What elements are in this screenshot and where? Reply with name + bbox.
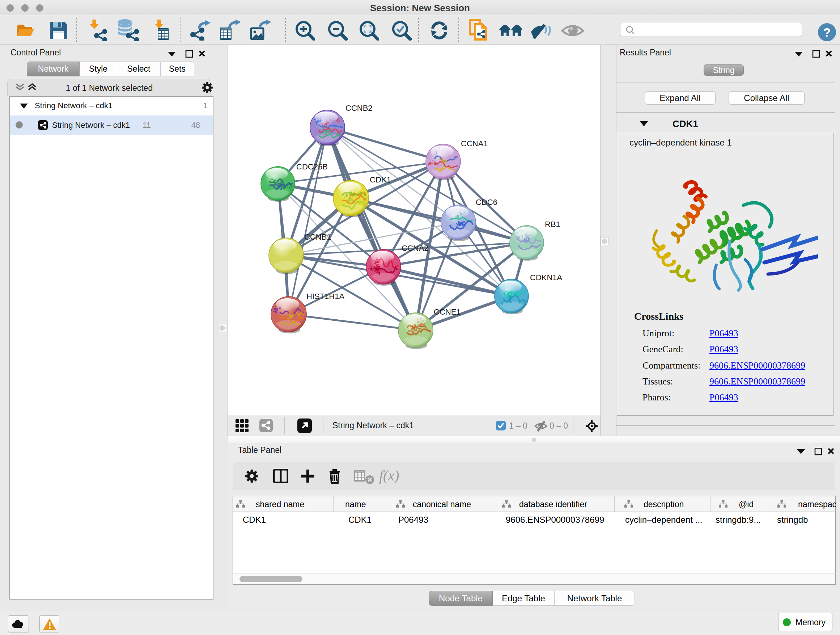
svg-text:CCNB1: CCNB1 [304, 233, 332, 241]
svg-text:HIST1H1A: HIST1H1A [306, 292, 344, 301]
svg-text:CDC6: CDC6 [476, 198, 497, 207]
svg-text:RB1: RB1 [545, 220, 561, 229]
svg-text:CCNA1: CCNA1 [461, 139, 488, 148]
svg-text:CCNB2: CCNB2 [346, 103, 373, 112]
svg-text:CDC25B: CDC25B [296, 162, 328, 171]
svg-text:CCNE1: CCNE1 [434, 307, 461, 317]
svg-text:CCNA2: CCNA2 [401, 244, 429, 253]
svg-text:CDKN1A: CDKN1A [530, 273, 562, 282]
svg-text:CDK1: CDK1 [370, 175, 391, 184]
